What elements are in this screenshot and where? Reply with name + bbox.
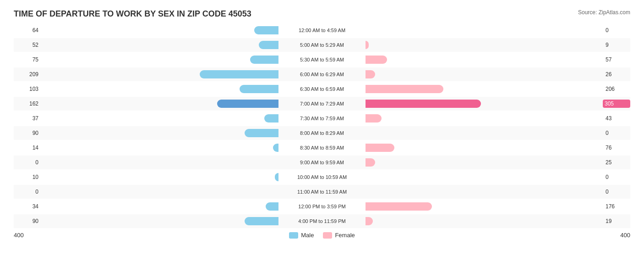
female-bar xyxy=(366,217,373,225)
female-value: 76 xyxy=(603,145,630,151)
male-bar-wrap xyxy=(264,114,278,123)
male-value: 37 xyxy=(14,115,41,122)
chart-row: 755:30 AM to 5:59 AM57 xyxy=(14,53,630,67)
male-bar xyxy=(273,144,278,152)
bars-center: 8:00 AM to 8:29 AM xyxy=(41,126,603,140)
time-label: 12:00 AM to 4:59 AM xyxy=(299,28,345,33)
male-bar xyxy=(254,26,278,34)
female-value: 9 xyxy=(603,42,630,48)
female-value: 25 xyxy=(603,159,630,166)
male-bar xyxy=(266,202,278,211)
male-value: 209 xyxy=(14,71,41,78)
chart-row: 904:00 PM to 11:59 PM19 xyxy=(14,214,630,228)
male-bar-wrap xyxy=(240,85,278,93)
chart-row: 2096:00 AM to 6:29 AM26 xyxy=(14,67,630,81)
male-value: 34 xyxy=(14,203,41,210)
legend-male: Male xyxy=(289,232,314,239)
time-label: 4:00 PM to 11:59 PM xyxy=(298,218,345,224)
male-bar-wrap xyxy=(275,173,278,181)
male-bar-wrap xyxy=(250,56,278,64)
bars-center: 6:30 AM to 6:59 AM xyxy=(41,82,603,96)
male-bar-wrap xyxy=(273,144,278,152)
female-bar xyxy=(366,158,375,167)
legend-male-label: Male xyxy=(301,232,314,239)
male-bar xyxy=(245,217,278,225)
male-bar-wrap xyxy=(266,202,278,211)
female-bar-wrap xyxy=(366,85,443,93)
female-bar xyxy=(366,70,375,78)
time-label: 12:00 PM to 3:59 PM xyxy=(298,204,345,209)
female-bar xyxy=(366,202,432,211)
female-bar-wrap xyxy=(366,70,375,78)
bars-center: 5:00 AM to 5:29 AM xyxy=(41,38,603,52)
time-label: 8:00 AM to 8:29 AM xyxy=(300,130,344,136)
bars-center: 7:30 AM to 7:59 AM xyxy=(41,111,603,125)
male-value: 162 xyxy=(14,100,41,107)
chart-area: 6412:00 AM to 4:59 AM0525:00 AM to 5:29 … xyxy=(14,23,630,228)
male-value: 0 xyxy=(14,189,41,195)
chart-row: 525:00 AM to 5:29 AM9 xyxy=(14,38,630,52)
chart-row: 1036:30 AM to 6:59 AM206 xyxy=(14,82,630,96)
female-bar-wrap xyxy=(366,56,387,64)
chart-row: 908:00 AM to 8:29 AM0 xyxy=(14,126,630,140)
time-label: 7:30 AM to 7:59 AM xyxy=(300,116,344,121)
male-bar xyxy=(245,129,278,137)
time-label: 5:30 AM to 5:59 AM xyxy=(300,57,344,62)
legend-female-label: Female xyxy=(335,232,355,239)
time-label: 5:00 AM to 5:29 AM xyxy=(300,42,344,48)
chart-row: 011:00 AM to 11:59 AM0 xyxy=(14,185,630,199)
female-value: 206 xyxy=(603,86,630,92)
male-value: 103 xyxy=(14,86,41,92)
female-value: 305 xyxy=(603,100,630,108)
chart-row: 6412:00 AM to 4:59 AM0 xyxy=(14,23,630,37)
male-bar-wrap xyxy=(259,41,278,49)
axis-right: 400 xyxy=(603,232,630,239)
female-value: 43 xyxy=(603,115,630,122)
bars-center: 4:00 PM to 11:59 PM xyxy=(41,214,603,228)
male-bar-wrap xyxy=(254,26,278,34)
bars-center: 7:00 AM to 7:29 AM xyxy=(41,97,603,111)
female-bar xyxy=(366,41,369,49)
female-bar xyxy=(366,144,394,152)
male-value: 64 xyxy=(14,27,41,33)
bars-center: 5:30 AM to 5:59 AM xyxy=(41,53,603,67)
male-bar xyxy=(217,100,278,108)
chart-title: TIME OF DEPARTURE TO WORK BY SEX IN ZIP … xyxy=(14,9,630,19)
female-value: 0 xyxy=(603,27,630,33)
male-bar xyxy=(275,173,278,181)
female-value: 26 xyxy=(603,71,630,78)
male-value: 14 xyxy=(14,145,41,151)
chart-row: 1010:00 AM to 10:59 AM0 xyxy=(14,170,630,184)
male-value: 90 xyxy=(14,130,41,136)
female-bar-wrap xyxy=(366,144,394,152)
female-bar-wrap xyxy=(366,41,369,49)
bars-center: 11:00 AM to 11:59 AM xyxy=(41,185,603,199)
male-bar-wrap xyxy=(200,70,278,78)
bottom-bar: 400 Male Female 400 xyxy=(14,232,630,239)
bars-center: 12:00 PM to 3:59 PM xyxy=(41,200,603,213)
male-bar-wrap xyxy=(245,129,278,137)
time-label: 11:00 AM to 11:59 AM xyxy=(297,189,347,195)
legend: Male Female xyxy=(289,232,355,239)
female-value: 0 xyxy=(603,189,630,195)
female-bar xyxy=(366,114,382,123)
chart-container: TIME OF DEPARTURE TO WORK BY SEX IN ZIP … xyxy=(0,0,644,273)
male-value: 52 xyxy=(14,42,41,48)
female-value: 176 xyxy=(603,203,630,210)
time-label: 6:00 AM to 6:29 AM xyxy=(300,72,344,77)
bars-center: 8:30 AM to 8:59 AM xyxy=(41,141,603,155)
bars-center: 12:00 AM to 4:59 AM xyxy=(41,23,603,37)
bars-center: 9:00 AM to 9:59 AM xyxy=(41,156,603,169)
female-bar-wrap xyxy=(366,158,375,167)
time-label: 7:00 AM to 7:29 AM xyxy=(300,101,344,106)
female-bar-wrap xyxy=(366,114,382,123)
female-bar xyxy=(366,56,387,64)
male-bar xyxy=(250,56,278,64)
female-bar xyxy=(366,100,481,108)
male-bar xyxy=(240,85,278,93)
legend-female-swatch xyxy=(323,232,332,239)
bars-center: 10:00 AM to 10:59 AM xyxy=(41,170,603,184)
chart-row: 377:30 AM to 7:59 AM43 xyxy=(14,111,630,125)
male-bar-wrap xyxy=(217,100,278,108)
time-label: 10:00 AM to 10:59 AM xyxy=(297,174,347,180)
